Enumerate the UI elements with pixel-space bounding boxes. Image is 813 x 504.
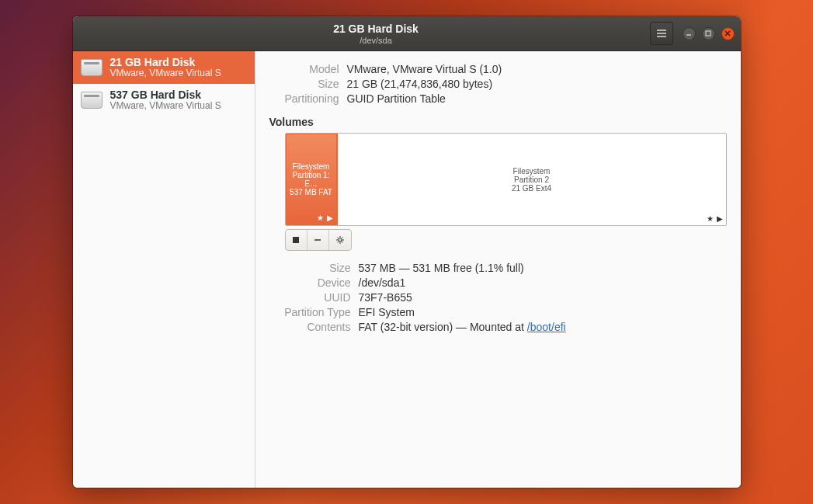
sidebar-disk-0[interactable]: 21 GB Hard Disk VMware, VMware Virtual S [73, 51, 255, 84]
partition-options-button[interactable] [329, 230, 351, 250]
minimize-icon [686, 30, 692, 36]
play-icon: ▶ [327, 214, 333, 222]
close-button[interactable] [721, 27, 735, 40]
volumes-heading: Volumes [269, 116, 727, 128]
star-icon: ★ [317, 214, 324, 222]
part-line2: Partition 1: E… [290, 171, 333, 188]
body: 21 GB Hard Disk VMware, VMware Virtual S… [73, 51, 741, 488]
sidebar-disk-text: 537 GB Hard Disk VMware, VMware Virtual … [110, 89, 221, 112]
kv-psize: Size 537 MB — 531 MB free (1.1% full) [269, 262, 727, 274]
label-device: Device [269, 276, 359, 289]
part-line1: Filesystem [293, 162, 330, 171]
kv-ptype: Partition Type EFI System [269, 306, 727, 318]
kv-device: Device /dev/sda1 [269, 276, 727, 289]
label-ptype: Partition Type [269, 306, 359, 318]
sidebar-disk-1[interactable]: 537 GB Hard Disk VMware, VMware Virtual … [73, 84, 255, 116]
label-uuid: UUID [269, 291, 359, 304]
gear-icon [335, 235, 345, 245]
title-center: 21 GB Hard Disk /dev/sda [102, 23, 650, 45]
kv-uuid: UUID 73F7-B655 [269, 291, 727, 304]
volume-partition-1[interactable]: Filesystem Partition 2 21 GB Ext4 ★ ▶ [338, 134, 726, 225]
svg-rect-1 [293, 237, 299, 243]
value-psize: 537 MB — 531 MB free (1.1% full) [359, 262, 524, 274]
hard-disk-icon [81, 59, 102, 76]
window-title: 21 GB Hard Disk [102, 23, 650, 35]
star-icon: ★ [707, 214, 714, 223]
hard-disk-icon [81, 92, 102, 109]
value-partitioning: GUID Partition Table [347, 92, 446, 105]
close-icon [724, 30, 731, 36]
value-uuid: 73F7-B655 [359, 291, 412, 304]
window-controls [683, 27, 735, 40]
hamburger-menu-button[interactable] [650, 22, 673, 45]
part-line3: 21 GB Ext4 [512, 184, 551, 193]
window-subtitle: /dev/sda [102, 36, 650, 45]
label-size: Size [269, 78, 347, 90]
sidebar-disk-text: 21 GB Hard Disk VMware, VMware Virtual S [110, 56, 221, 79]
minimize-button[interactable] [683, 27, 696, 40]
value-ptype: EFI System [359, 306, 415, 318]
kv-model: Model VMware, VMware Virtual S (1.0) [269, 63, 727, 75]
kv-size: Size 21 GB (21,474,836,480 bytes) [269, 78, 727, 90]
part-badges: ★ ▶ [317, 214, 333, 222]
disk-sidebar: 21 GB Hard Disk VMware, VMware Virtual S… [73, 51, 255, 488]
partition-detail: Size 537 MB — 531 MB free (1.1% full) De… [269, 262, 727, 333]
svg-point-2 [339, 238, 342, 242]
sidebar-disk-sub: VMware, VMware Virtual S [110, 68, 221, 79]
part-line2: Partition 2 [514, 176, 549, 184]
sidebar-disk-title: 21 GB Hard Disk [110, 56, 221, 68]
part-line3: 537 MB FAT [290, 188, 332, 196]
kv-partitioning: Partitioning GUID Partition Table [269, 92, 727, 105]
detail-pane: Model VMware, VMware Virtual S (1.0) Siz… [255, 51, 741, 488]
label-partitioning: Partitioning [269, 92, 347, 105]
label-contents: Contents [269, 321, 359, 333]
delete-partition-button[interactable] [307, 230, 329, 250]
mount-point-link[interactable]: /boot/efi [527, 321, 566, 333]
value-size: 21 GB (21,474,836,480 bytes) [347, 78, 493, 90]
sidebar-disk-title: 537 GB Hard Disk [110, 89, 221, 101]
label-model: Model [269, 63, 347, 75]
maximize-button[interactable] [702, 27, 715, 40]
sidebar-disk-sub: VMware, VMware Virtual S [110, 101, 221, 112]
contents-prefix: FAT (32-bit version) — Mounted at [359, 321, 527, 333]
titlebar: 21 GB Hard Disk /dev/sda [73, 16, 741, 51]
value-contents: FAT (32-bit version) — Mounted at /boot/… [359, 321, 566, 333]
value-model: VMware, VMware Virtual S (1.0) [347, 63, 502, 75]
disks-window: 21 GB Hard Disk /dev/sda [73, 16, 741, 488]
label-psize: Size [269, 262, 359, 274]
hamburger-icon [656, 28, 667, 39]
part-line1: Filesystem [513, 167, 551, 176]
volume-toolbar [285, 229, 352, 251]
volume-partition-0[interactable]: Filesystem Partition 1: E… 537 MB FAT ★ … [285, 133, 338, 226]
minus-icon [313, 235, 322, 245]
maximize-icon [705, 30, 711, 36]
stop-icon [291, 235, 301, 245]
volume-map: Filesystem Partition 1: E… 537 MB FAT ★ … [285, 133, 727, 226]
play-icon: ▶ [717, 214, 723, 223]
value-device: /dev/sda1 [359, 276, 406, 289]
unmount-button[interactable] [286, 230, 307, 250]
part-badges: ★ ▶ [707, 214, 723, 223]
svg-rect-0 [706, 31, 711, 36]
kv-contents: Contents FAT (32-bit version) — Mounted … [269, 321, 727, 333]
